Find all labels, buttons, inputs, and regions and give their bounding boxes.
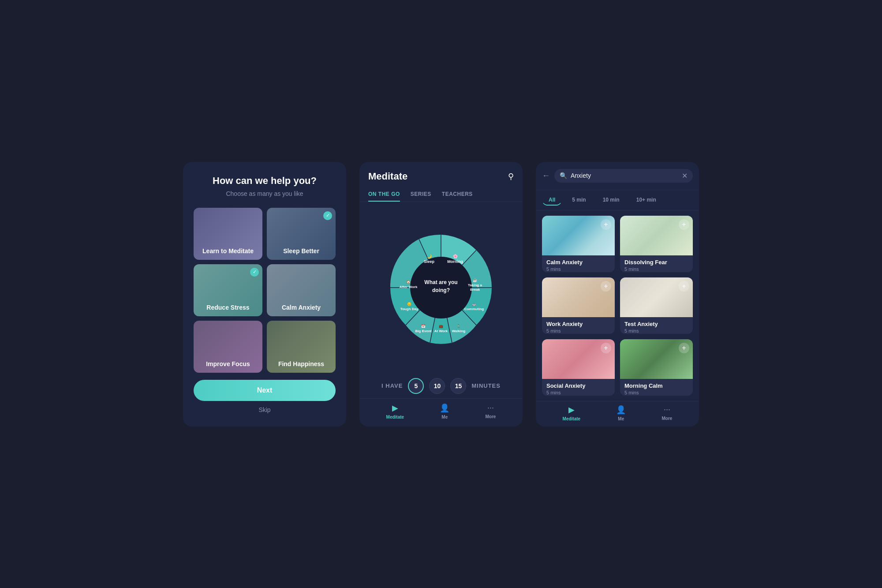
panel3-me-icon: 👤: [616, 405, 626, 415]
back-button[interactable]: ←: [542, 171, 550, 180]
panel3-bottom-nav: ▶ Meditate 👤 Me ··· More: [536, 401, 699, 427]
result-5-img: +: [542, 339, 615, 379]
result-work-anxiety-img: +: [542, 277, 615, 317]
svg-text:🏠: 🏠: [406, 280, 411, 284]
result-5-info: Social Anxiety 5 mins: [542, 379, 615, 396]
dissolving-fear-duration: 5 mins: [624, 266, 688, 272]
nav-me[interactable]: 👤 Me: [440, 403, 449, 419]
result-dissolving-fear[interactable]: + Dissolving Fear 5 mins: [620, 216, 693, 272]
svg-text:Sleep: Sleep: [424, 259, 435, 264]
svg-text:Commuting: Commuting: [464, 307, 484, 311]
add-work-anxiety[interactable]: +: [601, 281, 611, 292]
options-grid: Learn to Meditate ✓ Sleep Better ✓ Reduc…: [194, 208, 336, 373]
add-calm-anxiety[interactable]: +: [601, 219, 611, 230]
filter-5min[interactable]: 5 min: [565, 195, 592, 206]
svg-text:🚶: 🚶: [456, 324, 461, 328]
dissolving-fear-title: Dissolving Fear: [624, 259, 688, 266]
nav-more-label: More: [485, 414, 496, 419]
svg-text:Taking a: Taking a: [468, 283, 482, 287]
search-icon: 🔍: [560, 172, 567, 179]
tab-series[interactable]: SERIES: [411, 187, 431, 202]
nav-meditate[interactable]: ▶ Meditate: [386, 403, 404, 419]
panel3-nav-meditate-label: Meditate: [563, 416, 581, 421]
time-option-15[interactable]: 15: [450, 378, 466, 394]
tab-teachers[interactable]: TEACHERS: [442, 187, 473, 202]
search-bar: ← 🔍 Anxiety ✕: [536, 162, 699, 190]
time-option-10[interactable]: 10: [429, 378, 445, 394]
panel3-nav-me[interactable]: 👤 Me: [616, 405, 626, 421]
option-reduce-label: Reduce Stress: [206, 304, 249, 311]
filter-10min[interactable]: 10 min: [596, 195, 626, 206]
option-happiness-label: Find Happiness: [278, 360, 324, 367]
time-option-5[interactable]: 5: [408, 378, 424, 394]
svg-text:🌸: 🌸: [453, 254, 458, 259]
svg-text:Break: Break: [470, 288, 480, 292]
result-work-anxiety[interactable]: + Work Anxiety 5 mins: [542, 277, 615, 334]
panel3-nav-meditate[interactable]: ▶ Meditate: [563, 405, 581, 421]
search-input[interactable]: Anxiety: [571, 172, 678, 179]
add-dissolving-fear[interactable]: +: [679, 219, 689, 230]
add-result-5[interactable]: +: [601, 343, 611, 353]
result-6-img: +: [620, 339, 693, 379]
option-calm-label: Calm Anxiety: [282, 304, 321, 311]
time-label-prefix: I HAVE: [381, 382, 403, 389]
panel2-bottom-nav: ▶ Meditate 👤 Me ··· More: [359, 398, 523, 427]
option-happiness[interactable]: Find Happiness: [267, 321, 336, 373]
panel3-nav-more-label: More: [662, 416, 672, 421]
work-anxiety-info: Work Anxiety 5 mins: [542, 317, 615, 334]
svg-text:What are you: What are you: [424, 279, 457, 285]
option-focus[interactable]: Improve Focus: [194, 321, 262, 373]
nav-more[interactable]: ··· More: [485, 403, 496, 419]
result-calm-anxiety[interactable]: + Calm Anxiety 5 mins: [542, 216, 615, 272]
sleep-check: ✓: [323, 211, 332, 220]
result-5[interactable]: + Social Anxiety 5 mins: [542, 339, 615, 396]
me-icon: 👤: [440, 403, 449, 413]
test-anxiety-title: Test Anxiety: [624, 321, 688, 327]
svg-text:🌙: 🌙: [427, 254, 432, 259]
filter-all[interactable]: All: [542, 195, 562, 206]
panel-how-can-we-help: How can we help you? Choose as many as y…: [183, 162, 346, 427]
activity-wheel[interactable]: What are you doing? 🌙 Sleep 🌸 Morning 🏠 …: [379, 226, 503, 349]
wheel-container: What are you doing? 🌙 Sleep 🌸 Morning 🏠 …: [359, 202, 523, 374]
calm-anxiety-title: Calm Anxiety: [546, 259, 610, 266]
svg-text:📅: 📅: [421, 324, 426, 328]
option-sleep-label: Sleep Better: [283, 247, 319, 255]
nav-meditate-label: Meditate: [386, 415, 404, 419]
panel1-title: How can we help you?: [213, 175, 317, 187]
work-anxiety-duration: 5 mins: [546, 328, 610, 333]
test-anxiety-info: Test Anxiety 5 mins: [620, 317, 693, 334]
next-button[interactable]: Next: [194, 380, 336, 401]
svg-text:😔: 😔: [407, 302, 411, 306]
meditate-icon: ▶: [392, 403, 398, 413]
result-6-duration: 5 mins: [624, 390, 688, 395]
svg-text:🚌: 🚌: [472, 302, 476, 306]
result-6[interactable]: + Morning Calm 5 mins: [620, 339, 693, 396]
panel1-subtitle: Choose as many as you like: [226, 190, 303, 197]
add-test-anxiety[interactable]: +: [679, 281, 689, 292]
reduce-check: ✓: [250, 268, 259, 277]
work-anxiety-title: Work Anxiety: [546, 321, 610, 327]
add-result-6[interactable]: +: [679, 343, 689, 353]
result-test-anxiety[interactable]: + Test Anxiety 5 mins: [620, 277, 693, 334]
result-6-info: Morning Calm 5 mins: [620, 379, 693, 396]
result-calm-anxiety-img: +: [542, 216, 615, 255]
result-5-title: Social Anxiety: [546, 382, 610, 389]
nav-me-label: Me: [441, 415, 448, 419]
skip-link[interactable]: Skip: [258, 406, 270, 413]
result-6-title: Morning Calm: [624, 382, 688, 389]
svg-text:doing?: doing?: [432, 287, 450, 293]
time-selector: I HAVE 5 10 15 MINUTES: [359, 374, 523, 398]
search-icon[interactable]: ⚲: [508, 172, 514, 181]
filter-10plus[interactable]: 10+ min: [630, 195, 663, 206]
option-sleep[interactable]: ✓ Sleep Better: [267, 208, 336, 260]
tab-on-the-go[interactable]: ON THE GO: [368, 187, 400, 202]
clear-button[interactable]: ✕: [682, 172, 688, 180]
panel2-header: Meditate ⚲: [359, 162, 523, 182]
option-reduce[interactable]: ✓ Reduce Stress: [194, 264, 262, 316]
option-calm[interactable]: Calm Anxiety: [267, 264, 336, 316]
panel2-tabs: ON THE GO SERIES TEACHERS: [359, 187, 523, 202]
panel3-nav-more[interactable]: ··· More: [662, 405, 672, 421]
panel3-more-icon: ···: [664, 405, 670, 414]
option-learn[interactable]: Learn to Meditate: [194, 208, 262, 260]
svg-text:💼: 💼: [439, 324, 443, 328]
